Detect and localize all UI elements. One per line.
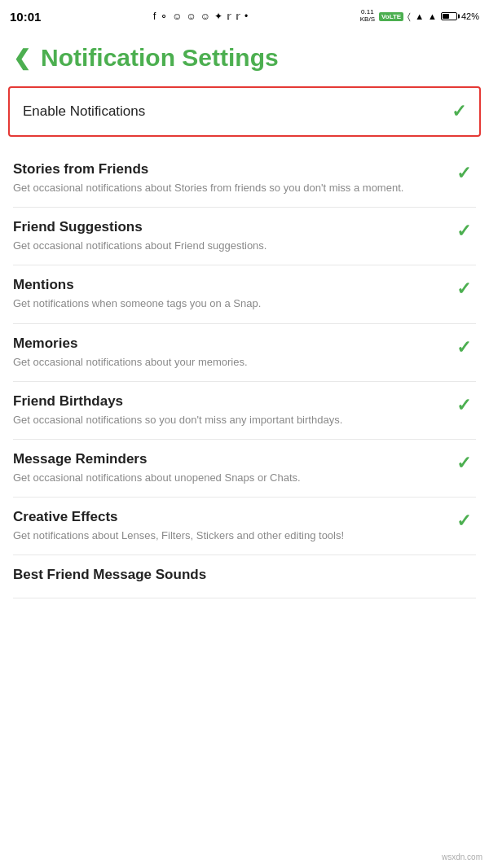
mentions-desc: Get notifications when someone tags you … [13,296,438,311]
message-reminders-check: ✓ [452,453,476,474]
stories-from-friends-row[interactable]: Stories from Friends Get occasional noti… [13,150,476,208]
instagram-icon: ⚬ [160,11,168,22]
friend-birthdays-text: Friend Birthdays Get occasional notifica… [13,393,438,427]
status-time: 10:01 [10,10,41,24]
friend-birthdays-desc: Get occasional notifications so you don'… [13,413,438,427]
bitmoji-icon: ✦ [214,11,222,22]
creative-effects-check: ✓ [452,511,476,532]
enable-notifications-check: ✓ [452,101,466,122]
status-bar: 10:01 f ⚬ ☺ ☺ ☺ ✦ 𝕣 𝕣 • 0.11 KB/S VoLTE … [0,0,489,33]
dot-icon: • [244,11,248,22]
settings-list: Stories from Friends Get occasional noti… [0,150,489,598]
stories-from-friends-desc: Get occasional notifications about Stori… [13,181,438,195]
stories-from-friends-text: Stories from Friends Get occasional noti… [13,161,438,195]
stories-from-friends-check: ✓ [452,163,476,184]
mentions-row[interactable]: Mentions Get notifications when someone … [13,265,476,323]
snapchat-icon: ☺ [172,11,182,22]
friend-suggestions-desc: Get occasional notifications about Frien… [13,239,438,253]
friend-suggestions-check: ✓ [452,221,476,242]
signal-icon: ▲ [415,11,424,21]
snapchat3-icon: ☺ [200,11,210,22]
message-reminders-desc: Get occasional notifications about unope… [13,471,438,485]
memories-row[interactable]: Memories Get occasional notifications ab… [13,324,476,382]
friend-birthdays-check: ✓ [452,395,476,416]
stories-from-friends-title: Stories from Friends [13,161,438,178]
best-friend-sounds-row[interactable]: Best Friend Message Sounds [13,555,476,598]
memories-check: ✓ [452,337,476,358]
header: ❮ Notification Settings [0,33,489,86]
battery-icon [441,12,457,20]
watermark: wsxdn.com [442,853,482,861]
snapchat2-icon: ☺ [187,11,196,22]
creative-effects-text: Creative Effects Get notifications about… [13,509,438,543]
creative-effects-title: Creative Effects [13,509,438,525]
memories-text: Memories Get occasional notifications ab… [13,335,438,370]
message-reminders-row[interactable]: Message Reminders Get occasional notific… [13,440,476,498]
twitter-icon: 𝕣 [227,11,231,22]
mentions-title: Mentions [13,277,438,293]
memories-desc: Get occasional notifications about your … [13,355,438,370]
mentions-check: ✓ [452,278,476,300]
creative-effects-desc: Get notifications about Lenses, Filters,… [13,528,438,543]
twitter2-icon: 𝕣 [236,11,240,22]
friend-suggestions-row[interactable]: Friend Suggestions Get occasional notifi… [13,208,476,265]
signal2-icon: ▲ [428,11,437,21]
facebook-icon: f [153,11,156,22]
message-reminders-title: Message Reminders [13,451,438,467]
memories-title: Memories [13,335,438,352]
enable-notifications-label: Enable Notifications [23,103,145,120]
page-title: Notification Settings [41,44,279,72]
mentions-text: Mentions Get notifications when someone … [13,277,438,311]
best-friend-sounds-text: Best Friend Message Sounds [13,567,438,586]
friend-suggestions-text: Friend Suggestions Get occasional notifi… [13,219,438,253]
wifi-icon: 〈 [408,11,411,22]
battery-percent: 42% [461,11,479,21]
volte-badge: VoLTE [379,12,403,21]
creative-effects-row[interactable]: Creative Effects Get notifications about… [13,498,476,555]
friend-birthdays-row[interactable]: Friend Birthdays Get occasional notifica… [13,382,476,440]
status-right: 0.11 KB/S VoLTE 〈 ▲ ▲ 42% [360,9,479,24]
friend-suggestions-title: Friend Suggestions [13,219,438,235]
status-icons: f ⚬ ☺ ☺ ☺ ✦ 𝕣 𝕣 • [153,11,248,22]
friend-birthdays-title: Friend Birthdays [13,393,438,410]
message-reminders-text: Message Reminders Get occasional notific… [13,451,438,485]
best-friend-sounds-title: Best Friend Message Sounds [13,567,438,583]
enable-notifications-row[interactable]: Enable Notifications ✓ [8,86,481,137]
back-button[interactable]: ❮ [13,46,31,71]
data-speed: 0.11 KB/S [360,9,375,24]
